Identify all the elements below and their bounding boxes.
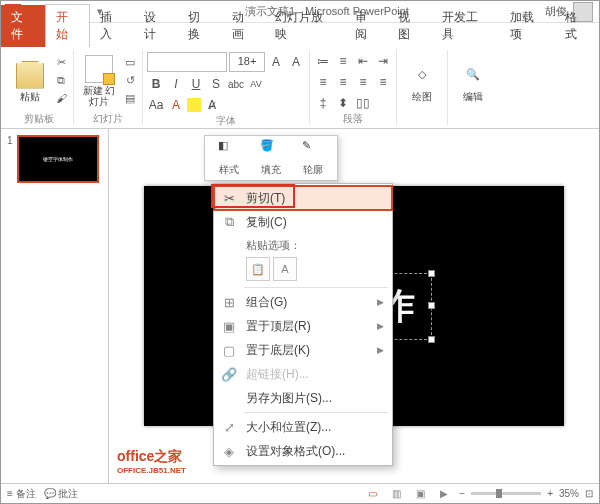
slideshow-view-icon[interactable]: ▶ — [435, 487, 453, 501]
mini-style-button[interactable]: ◧ 样式 — [208, 139, 250, 177]
menu-group[interactable]: ⊞ 组合(G) ▶ — [214, 290, 392, 314]
context-menu: ✂ 剪切(T) ⧉ 复制(C) 粘贴选项： 📋 A ⊞ 组合(G) ▶ ▣ 置于… — [213, 183, 393, 466]
tab-view[interactable]: 视图 — [388, 5, 432, 47]
tab-review[interactable]: 审阅 — [345, 5, 389, 47]
tab-transitions[interactable]: 切换 — [178, 5, 222, 47]
copy-icon: ⧉ — [220, 213, 238, 231]
mini-fill-button[interactable]: 🪣 填充 — [250, 139, 292, 177]
slide-thumbnail[interactable]: 1 镂空字体制作 — [7, 135, 102, 183]
paste-option-theme[interactable]: 📋 — [246, 257, 270, 281]
align-right-icon[interactable]: ≡ — [354, 73, 372, 91]
zoom-in-icon[interactable]: + — [547, 488, 553, 499]
tab-design[interactable]: 设计 — [134, 5, 178, 47]
fill-icon: 🪣 — [260, 139, 282, 161]
group-paragraph: ≔ ≡ ⇤ ⇥ ≡ ≡ ≡ ≡ ‡ ⬍ ▯▯ 段落 — [310, 50, 397, 125]
strike-button[interactable]: S — [207, 75, 225, 93]
indent-inc-icon[interactable]: ⇥ — [374, 52, 392, 70]
new-slide-button[interactable]: 新建 幻灯片 — [78, 50, 120, 112]
format-painter-icon[interactable]: 🖌 — [53, 90, 69, 106]
menu-send-back[interactable]: ▢ 置于底层(K) ▶ — [214, 338, 392, 362]
comments-button[interactable]: 💬 批注 — [44, 487, 79, 501]
notes-button[interactable]: ≡ 备注 — [7, 487, 36, 501]
resize-handle[interactable] — [428, 336, 435, 343]
clear-format-button[interactable]: A̷ — [203, 96, 221, 114]
cut-icon[interactable]: ✂ — [53, 54, 69, 70]
text-shadow-button[interactable]: abc — [227, 75, 245, 93]
columns-icon[interactable]: ▯▯ — [354, 94, 372, 112]
group-slides: 新建 幻灯片 ▭ ↺ ▤ 幻灯片 — [74, 50, 143, 125]
picture-icon — [220, 389, 238, 407]
paste-option-text[interactable]: A — [273, 257, 297, 281]
underline-button[interactable]: U — [187, 75, 205, 93]
tab-animations[interactable]: 动画 — [222, 5, 266, 47]
copy-icon[interactable]: ⧉ — [53, 72, 69, 88]
group-font: 18+ A A B I U S abc AV Aa A A̷ — [143, 50, 310, 125]
shapes-button[interactable]: ◇ 绘图 — [401, 50, 443, 112]
layout-icon[interactable]: ▭ — [122, 54, 138, 70]
change-case-button[interactable]: Aa — [147, 96, 165, 114]
menu-format-object[interactable]: ◈ 设置对象格式(O)... — [214, 439, 392, 463]
tab-addins[interactable]: 加载项 — [500, 5, 556, 47]
status-bar: ≡ 备注 💬 批注 ▭ ▥ ▣ ▶ − + 35% ⊡ — [1, 483, 599, 503]
bold-button[interactable]: B — [147, 75, 165, 93]
font-size-select[interactable]: 18+ — [229, 52, 265, 72]
mini-outline-button[interactable]: ✎ 轮廓 — [292, 139, 334, 177]
resize-handle[interactable] — [428, 270, 435, 277]
tab-format[interactable]: 格式 — [555, 5, 599, 47]
reset-icon[interactable]: ↺ — [122, 72, 138, 88]
chevron-right-icon: ▶ — [377, 321, 384, 331]
menu-size-position[interactable]: ⤢ 大小和位置(Z)... — [214, 415, 392, 439]
line-spacing-icon[interactable]: ‡ — [314, 94, 332, 112]
zoom-value[interactable]: 35% — [559, 488, 579, 499]
outline-icon: ✎ — [302, 139, 324, 161]
grow-font-icon[interactable]: A — [267, 53, 285, 71]
paste-button[interactable]: 粘贴 — [9, 50, 51, 112]
fit-window-icon[interactable]: ⊡ — [585, 488, 593, 499]
ribbon: 粘贴 ✂ ⧉ 🖌 剪贴板 新建 幻灯片 ▭ ↺ ▤ 幻灯片 — [1, 47, 599, 129]
shapes-icon: ◇ — [408, 61, 436, 89]
menu-copy[interactable]: ⧉ 复制(C) — [214, 210, 392, 234]
tab-home[interactable]: 开始 — [45, 4, 91, 47]
justify-icon[interactable]: ≡ — [374, 73, 392, 91]
reading-view-icon[interactable]: ▣ — [411, 487, 429, 501]
sorter-view-icon[interactable]: ▥ — [387, 487, 405, 501]
tab-file[interactable]: 文件 — [1, 5, 45, 47]
menu-bring-front[interactable]: ▣ 置于顶层(R) ▶ — [214, 314, 392, 338]
chevron-right-icon: ▶ — [377, 345, 384, 355]
align-center-icon[interactable]: ≡ — [334, 73, 352, 91]
format-icon: ◈ — [220, 442, 238, 460]
editing-button[interactable]: 🔍 编辑 — [452, 50, 494, 112]
thumb-preview: 镂空字体制作 — [17, 135, 99, 183]
numbering-icon[interactable]: ≡ — [334, 52, 352, 70]
bullets-icon[interactable]: ≔ — [314, 52, 332, 70]
zoom-slider[interactable] — [471, 492, 541, 495]
menu-save-as-picture[interactable]: 另存为图片(S)... — [214, 386, 392, 410]
group-clipboard: 粘贴 ✂ ⧉ 🖌 剪贴板 — [5, 50, 74, 125]
tab-developer[interactable]: 开发工具 — [432, 5, 499, 47]
group-drawing: ◇ 绘图 — [397, 50, 448, 125]
zoom-out-icon[interactable]: − — [459, 488, 465, 499]
menu-cut[interactable]: ✂ 剪切(T) — [214, 186, 392, 210]
paste-icon — [16, 61, 44, 89]
paste-options: 📋 A — [214, 255, 392, 285]
tab-insert[interactable]: 插入 — [90, 5, 134, 47]
align-left-icon[interactable]: ≡ — [314, 73, 332, 91]
tab-slideshow[interactable]: 幻灯片放映 — [265, 5, 344, 47]
font-color-button[interactable]: A — [167, 96, 185, 114]
chevron-right-icon: ▶ — [377, 297, 384, 307]
watermark: office之家OFFICE.JB51.NET — [117, 448, 186, 475]
shrink-font-icon[interactable]: A — [287, 53, 305, 71]
ribbon-tabs: 文件 开始 插入 设计 切换 动画 幻灯片放映 审阅 视图 开发工具 加载项 格… — [1, 23, 599, 47]
char-spacing-button[interactable]: AV — [247, 75, 265, 93]
highlight-button[interactable] — [187, 98, 201, 112]
mini-toolbar: ◧ 样式 🪣 填充 ✎ 轮廓 — [204, 135, 338, 181]
resize-handle[interactable] — [428, 302, 435, 309]
send-back-icon: ▢ — [220, 341, 238, 359]
font-family-select[interactable] — [147, 52, 227, 72]
italic-button[interactable]: I — [167, 75, 185, 93]
indent-dec-icon[interactable]: ⇤ — [354, 52, 372, 70]
bring-front-icon: ▣ — [220, 317, 238, 335]
text-direction-icon[interactable]: ⬍ — [334, 94, 352, 112]
section-icon[interactable]: ▤ — [122, 90, 138, 106]
normal-view-icon[interactable]: ▭ — [363, 487, 381, 501]
